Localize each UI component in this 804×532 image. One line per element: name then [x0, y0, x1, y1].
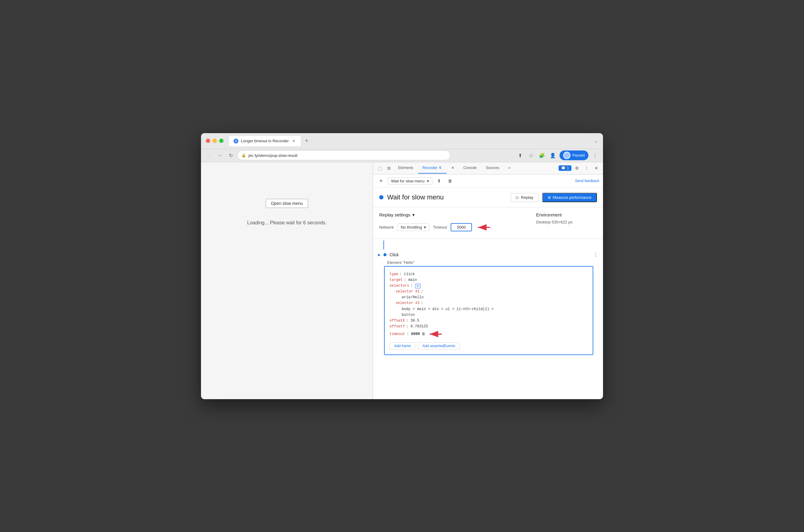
tab-title: Longer timeout in Recorder: [241, 139, 289, 143]
bookmark-icon[interactable]: ☆: [527, 151, 535, 159]
settings-chevron-icon: ▾: [412, 212, 415, 218]
tab-close-recorder[interactable]: ✕: [447, 163, 459, 174]
send-feedback-link[interactable]: Send feedback: [575, 179, 599, 183]
code-selector2-val2-line: button: [390, 312, 588, 318]
env-title: Environment: [536, 212, 597, 217]
inspect-icon[interactable]: ⬚: [376, 164, 384, 172]
tab-elements[interactable]: Elements: [394, 163, 417, 174]
play-icon: ▷: [516, 195, 519, 200]
settings-icon[interactable]: ⚙: [573, 164, 581, 172]
replay-settings-section: Replay settings ▾ Network No throttling …: [373, 207, 603, 239]
steps-area[interactable]: ▶ Click ⋮ Element "Hello" type : click: [373, 239, 603, 399]
browser-tab[interactable]: R Longer timeout in Recorder ✕: [228, 135, 301, 146]
network-label: Network: [379, 225, 394, 229]
step-expand-icon[interactable]: ▶: [378, 253, 380, 257]
profile-icon[interactable]: 👤: [548, 151, 557, 159]
paused-label: Paused: [572, 153, 585, 157]
address-bar: ← → ↻ 🔒 jec.fyi/demo/pup-slow-result ⬆ ☆…: [201, 149, 603, 162]
timeout-input[interactable]: [451, 223, 472, 231]
devtools-close-icon[interactable]: ✕: [592, 164, 601, 172]
url-text: jec.fyi/demo/pup-slow-result: [248, 153, 297, 158]
tab-console[interactable]: Console: [459, 163, 481, 174]
environment-section: Environment Desktop 535×622 px: [536, 212, 597, 233]
code-selectors-line: selectors : R: [390, 283, 588, 289]
address-bar-right: ⬆ ☆ 🧩 👤 Paused ⋮: [516, 151, 599, 160]
export-icon[interactable]: ⬆: [435, 177, 443, 185]
menu-icon[interactable]: ⋮: [591, 151, 599, 159]
delete-timeout-icon[interactable]: 🗑: [422, 331, 425, 337]
traffic-lights: [206, 139, 224, 143]
code-offsetY-line: offsetY : 9.703125: [390, 324, 588, 329]
code-selector1-line: selector #1 :: [390, 289, 588, 294]
timeout-label: Timeout: [433, 225, 447, 229]
title-bar-right: ⌄: [595, 138, 598, 143]
lock-icon: 🔒: [241, 153, 246, 157]
tab-bar: R Longer timeout in Recorder ✕ +: [228, 135, 592, 146]
recorder-toolbar: + Wait for slow menu ▾ ⬆ 🗑 Send feedback: [373, 174, 603, 188]
open-slow-menu-button[interactable]: Open slow menu: [266, 199, 308, 208]
devtools-tab-bar: ⬚ ⧉ Elements Recorder 🎙 ✕ Console Source…: [373, 162, 603, 174]
step-line: [384, 241, 384, 250]
replay-settings-title: Replay settings ▾: [379, 212, 524, 218]
add-recording-button[interactable]: +: [377, 177, 385, 185]
code-selector2-val1-line: body > main > div > ul > li:nth-child(1)…: [390, 306, 588, 312]
recording-header: Wait for slow menu ▷ Replay ⊕ Measure pe…: [373, 188, 603, 207]
new-tab-button[interactable]: +: [303, 136, 311, 145]
main-content: Open slow menu Loading... Please wait fo…: [201, 162, 603, 399]
maximize-traffic-light[interactable]: [219, 139, 224, 143]
code-type-line: type : click: [390, 271, 588, 277]
replay-button[interactable]: ▷ Replay: [511, 193, 538, 202]
recording-selector[interactable]: Wait for slow menu ▾: [388, 177, 432, 185]
tab-close-button[interactable]: ✕: [291, 139, 296, 144]
red-arrow-timeout-indicator: [427, 329, 443, 339]
add-asserted-events-button[interactable]: Add assertedEvents: [418, 342, 460, 349]
step-line-top: [379, 239, 597, 250]
extension-icon[interactable]: 🧩: [538, 151, 546, 159]
browser-window: R Longer timeout in Recorder ✕ + ⌄ ← → ↻…: [201, 133, 603, 399]
window-chevron-icon[interactable]: ⌄: [595, 138, 598, 143]
recorder-toolbar-right: Send feedback: [575, 179, 599, 183]
close-traffic-light[interactable]: [206, 139, 210, 143]
step-more-icon[interactable]: ⋮: [593, 252, 598, 258]
back-button[interactable]: ←: [205, 151, 213, 159]
selector-icon: R: [415, 284, 420, 288]
paused-button[interactable]: Paused: [560, 151, 588, 160]
forward-button[interactable]: →: [216, 151, 224, 159]
network-select-value: No throttling: [401, 225, 422, 229]
code-selector2-line: selector #2 :: [390, 300, 588, 306]
step-dot: [384, 253, 387, 256]
step-item-click: ▶ Click ⋮ Element "Hello" type : click: [373, 250, 603, 361]
red-arrow-indicator: [475, 221, 491, 233]
minimize-traffic-light[interactable]: [212, 139, 217, 143]
replay-settings-left: Replay settings ▾ Network No throttling …: [379, 212, 524, 233]
tab-more[interactable]: »: [504, 163, 515, 174]
step-header: ▶ Click ⋮: [378, 250, 598, 260]
recording-title: Wait for slow menu: [387, 193, 444, 201]
devtools-header-icons: 💬 1 ⚙ ⋮ ✕: [559, 164, 601, 172]
device-icon[interactable]: ⧉: [385, 164, 393, 172]
recording-indicator: [379, 195, 384, 200]
code-actions: Add frame Add assertedEvents: [390, 342, 588, 349]
devtools-more-icon[interactable]: ⋮: [582, 164, 591, 172]
delete-recording-icon[interactable]: 🗑: [446, 177, 454, 185]
recording-selector-label: Wait for slow menu: [391, 179, 425, 183]
code-target-line: target : main: [390, 277, 588, 283]
title-bar: R Longer timeout in Recorder ✕ + ⌄: [201, 133, 603, 149]
page-area: Open slow menu Loading... Please wait fo…: [201, 162, 373, 399]
notification-button[interactable]: 💬 1: [559, 165, 572, 171]
add-frame-button[interactable]: Add frame: [390, 342, 415, 349]
tab-recorder[interactable]: Recorder 🎙: [418, 163, 446, 174]
code-offsetX-line: offsetX : 30.5: [390, 318, 588, 324]
settings-row: Network No throttling ▾ Timeout: [379, 221, 524, 233]
chevron-down-icon: ▾: [427, 179, 429, 183]
code-timeout-line: timeout : 6000 🗑: [390, 329, 588, 339]
reload-button[interactable]: ↻: [227, 151, 235, 159]
measure-performance-button[interactable]: ⊕ Measure performance: [542, 193, 597, 202]
network-select-chevron: ▾: [424, 225, 426, 229]
tab-sources[interactable]: Sources: [482, 163, 504, 174]
network-select[interactable]: No throttling ▾: [397, 224, 429, 231]
code-selector1-val-line: aria/Hello: [390, 294, 588, 300]
url-bar[interactable]: 🔒 jec.fyi/demo/pup-slow-result: [238, 151, 450, 160]
share-icon[interactable]: ⬆: [516, 151, 524, 159]
devtools-panel: ⬚ ⧉ Elements Recorder 🎙 ✕ Console Source…: [373, 162, 603, 399]
